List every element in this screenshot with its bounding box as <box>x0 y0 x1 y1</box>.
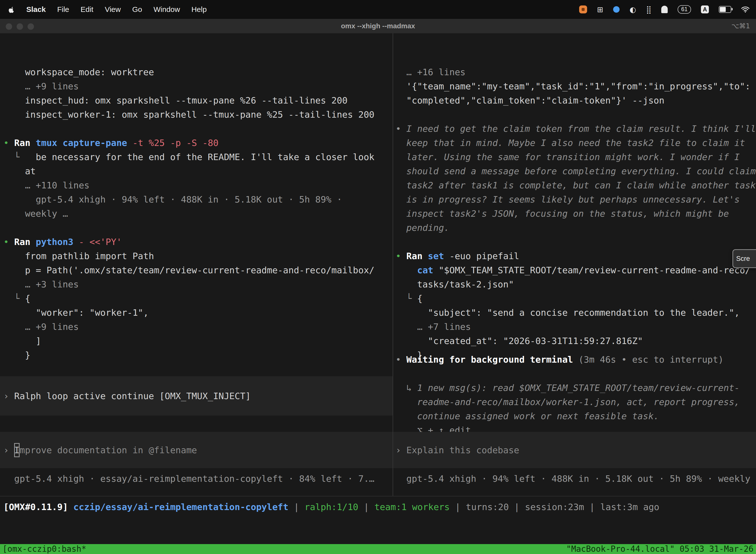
terminal-line: continue assigned work or next feasible … <box>396 409 756 423</box>
menu-item-go[interactable]: Go <box>132 5 142 14</box>
terminal-line: • Ran set -euo pipefail <box>396 249 756 263</box>
terminal-line: at <box>3 164 393 178</box>
menu-bar-left: Slack FileEditViewGoWindowHelp <box>0 5 207 14</box>
menu-bar: Slack FileEditViewGoWindowHelp ⊞ ◐ ⣿ 61 … <box>0 0 756 19</box>
status-band: › Ralph loop active continue [OMX_TMUX_I… <box>0 376 393 416</box>
window-shortcut-hint: ⌥⌘1 <box>732 19 750 33</box>
right-scrollback: … +16 lines '{"team_name":"my-team","tas… <box>396 65 756 362</box>
terminal-line: inspect_hud: omx sparkshell --tmux-pane … <box>3 93 393 107</box>
terminal-line: ] <box>3 334 393 348</box>
terminal-line: '{"team_name":"my-team","task_id":"1","f… <box>396 79 756 93</box>
terminal-line: later. Using the same for transition mig… <box>396 150 756 164</box>
terminal-line: task2 after task1 is complete, but can I… <box>396 178 756 192</box>
terminal-line: … +9 lines <box>3 79 393 93</box>
menu-item-window[interactable]: Window <box>153 5 180 14</box>
terminal-line: readme-and-reco/mailbox/worker-1.json, a… <box>396 395 756 409</box>
terminal-line: └ { <box>396 291 756 306</box>
dots-grid-icon[interactable]: ⣿ <box>646 5 651 14</box>
terminal-line: … +3 lines <box>3 277 393 291</box>
terminal-line: • I need to get the claim token from the… <box>396 122 756 136</box>
wifi-icon[interactable] <box>741 6 750 13</box>
prompt-input-left[interactable]: › Improve documentation in @filename <box>0 432 393 468</box>
terminal-line: p = Path('.omx/state/team/review-current… <box>3 263 393 277</box>
terminal-line: "worker": "worker-1", <box>3 306 393 320</box>
terminal-line: … +110 lines <box>3 178 393 192</box>
terminal-line: … +9 lines <box>3 320 393 334</box>
menu-item-edit[interactable]: Edit <box>81 5 93 14</box>
terminal-line: from pathlib import Path <box>3 249 393 263</box>
battery-percent-badge[interactable]: 61 <box>678 5 691 14</box>
menu-item-file[interactable]: File <box>57 5 69 14</box>
terminal-content: workspace_mode: worktree … +9 lines insp… <box>0 33 756 554</box>
menu-item-view[interactable]: View <box>105 5 121 14</box>
menu-item-help[interactable]: Help <box>191 5 207 14</box>
mailbox-notice: ↳ 1 new msg(s): read $OMX_TEAM_STATE_ROO… <box>393 381 756 437</box>
terminal-line: … +7 lines <box>396 320 756 334</box>
ghost-icon[interactable] <box>661 6 668 13</box>
contrast-circle-icon[interactable]: ◐ <box>630 5 636 14</box>
terminal-line: inspect task2's JSON, focusing on the st… <box>396 207 756 221</box>
terminal-line: "subject": "send a concise recommendatio… <box>396 306 756 320</box>
terminal-window: omx --xhigh --madmax ⌥⌘1 workspace_mode:… <box>0 19 756 554</box>
terminal-line: ↳ 1 new msg(s): read $OMX_TEAM_STATE_ROO… <box>396 381 756 395</box>
window-titlebar[interactable]: omx --xhigh --madmax ⌥⌘1 <box>0 19 756 34</box>
terminal-line: gpt-5.4 xhigh · 94% left · 488K in · 5.1… <box>3 192 393 207</box>
prompt-input-right[interactable]: › Explain this codebase <box>393 432 756 468</box>
omx-session-status-line: [OMX#0.11.9] cczip/essay/ai-reimplementa… <box>3 500 756 514</box>
tmux-session-label[interactable]: [omx-cczip0:bash* <box>2 544 86 554</box>
terminal-line: └ be necessary for the end of the README… <box>3 150 393 164</box>
tmux-pane-left: workspace_mode: worktree … +9 lines insp… <box>0 33 393 496</box>
terminal-line: tasks/task-2.json" <box>396 277 756 291</box>
terminal-line <box>3 122 393 136</box>
screenshot-popup[interactable]: Scre <box>733 249 756 268</box>
apple-menu-icon[interactable] <box>8 6 15 13</box>
battery-icon[interactable] <box>719 6 731 13</box>
input-source-icon[interactable]: A <box>701 5 709 13</box>
terminal-line <box>396 235 756 249</box>
tmux-pane-right: … +16 lines '{"team_name":"my-team","tas… <box>393 33 756 496</box>
menu-bar-status-icons: ⊞ ◐ ⣿ 61 A <box>579 5 756 14</box>
liquid-drop-icon[interactable] <box>613 6 620 13</box>
terminal-line: └ { <box>3 291 393 306</box>
waiting-status-line: • Waiting for background terminal (3m 46… <box>396 352 756 367</box>
terminal-line <box>3 362 393 376</box>
screen-recording-icon[interactable] <box>579 5 587 13</box>
model-status-left: gpt-5.4 xhigh · essay/ai-reimplementatio… <box>3 472 393 486</box>
terminal-line: • Ran python3 - <<'PY' <box>3 235 393 249</box>
terminal-line: … +16 lines <box>396 65 756 79</box>
terminal-line: should send a message before completing … <box>396 164 756 178</box>
tmux-host-clock: "MacBook-Pro-44.local" 05:03 31-Mar-26 <box>566 544 754 554</box>
terminal-line: keep that in mind. Maybe I also need the… <box>396 136 756 150</box>
window-title: omx --xhigh --madmax <box>0 19 756 33</box>
menu-items: FileEditViewGoWindowHelp <box>57 5 207 14</box>
terminal-line: "created_at": "2026-03-31T11:59:27.816Z" <box>396 334 756 348</box>
model-status-right: gpt-5.4 xhigh · 94% left · 488K in · 5.1… <box>396 472 756 486</box>
terminal-line: workspace_mode: worktree <box>3 65 393 79</box>
terminal-line: pending. <box>396 221 756 235</box>
terminal-line: • Ran tmux capture-pane -t %25 -p -S -80 <box>3 136 393 150</box>
terminal-line: weekly … <box>3 207 393 221</box>
left-scrollback: workspace_mode: worktree … +9 lines insp… <box>3 65 393 444</box>
terminal-line: } <box>3 348 393 362</box>
terminal-line: cat "$OMX_TEAM_STATE_ROOT/team/review-cu… <box>396 263 756 277</box>
terminal-line: is in progress? It seems likely but perh… <box>396 192 756 207</box>
app-menu-title[interactable]: Slack <box>26 5 46 14</box>
keyboard-grid-icon[interactable]: ⊞ <box>597 5 603 14</box>
tmux-status-bar: [omx-cczip0:bash* "MacBook-Pro-44.local"… <box>0 544 756 554</box>
terminal-line: inspect_worker-1: omx sparkshell --tmux-… <box>3 107 393 122</box>
terminal-line <box>3 416 393 430</box>
screenshot-popup-label: Scre <box>736 252 750 266</box>
pane-bottom-border <box>0 496 756 496</box>
terminal-line <box>3 221 393 235</box>
terminal-line: "completed","claim_token":"claim-token"}… <box>396 93 756 107</box>
terminal-line <box>396 107 756 122</box>
